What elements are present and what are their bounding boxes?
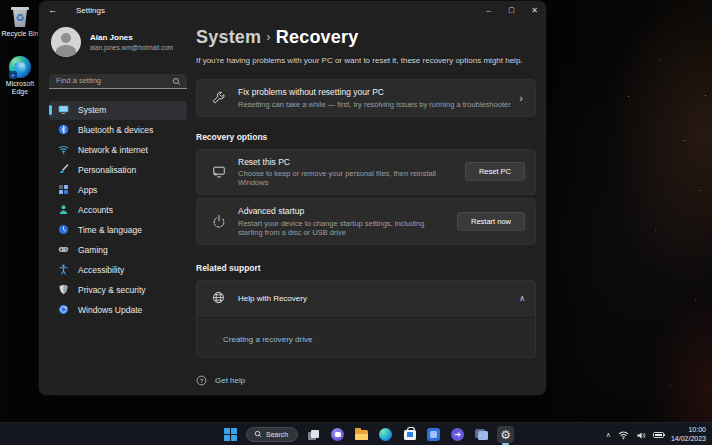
sidebar-item-gaming[interactable]: Gaming (49, 241, 187, 260)
store-bag-icon (404, 430, 416, 440)
support-links: ? Get help Give feedback (196, 372, 536, 397)
wrench-icon (212, 91, 238, 105)
taskbar-search[interactable]: Search (246, 427, 298, 442)
microsoft-store-button[interactable] (401, 426, 418, 443)
help-question-icon: ? (196, 372, 207, 390)
edge-icon: e (0, 54, 40, 80)
sidebar-item-label: Network & internet (78, 145, 148, 155)
wallpaper-sparkles (0, 0, 1, 1)
sidebar-item-system[interactable]: System (49, 101, 187, 120)
accessibility-person-icon (58, 264, 69, 277)
creating-recovery-drive-link[interactable]: Creating a recovery drive (223, 335, 312, 344)
reset-this-pc-card: Reset this PC Choose to keep or remove y… (196, 149, 536, 196)
layered-windows-app-icon (475, 429, 488, 440)
reset-pc-button[interactable]: Reset PC (465, 162, 525, 181)
search-icon (254, 430, 262, 439)
wifi-tray-icon[interactable] (618, 426, 629, 444)
card-title: Reset this PC (238, 157, 457, 167)
desktop-icon-label: Recycle Bin (0, 30, 40, 38)
profile-email: alan.jones.wm@hotmail.com (90, 44, 173, 51)
task-view-button[interactable] (305, 426, 322, 443)
edge-icon (379, 428, 392, 441)
desktop-icon-label: Microsoft Edge (0, 80, 40, 96)
sidebar-item-time-language[interactable]: Time & language (49, 221, 187, 240)
sidebar-item-label: Apps (78, 185, 97, 195)
advanced-startup-card: Advanced startup Restart your device to … (196, 198, 536, 245)
link-label: Get help (215, 376, 245, 385)
main-content: System›Recovery If you're having problem… (196, 19, 536, 396)
chevron-up-icon[interactable]: ∧ (519, 294, 525, 303)
svg-text:?: ? (200, 377, 204, 383)
titlebar: ← Settings – ▢ ✕ (39, 1, 546, 19)
clock-date: 14/02/2023 (671, 435, 706, 444)
globe-icon (212, 290, 238, 308)
tray-show-hidden-icons[interactable]: ∧ (606, 431, 611, 439)
page-title: System›Recovery (196, 27, 536, 48)
section-recovery-options: Recovery options (196, 132, 536, 142)
chat-icon (331, 428, 344, 441)
breadcrumb-parent[interactable]: System (196, 27, 261, 47)
sidebar-item-accounts[interactable]: Accounts (49, 201, 187, 220)
settings-taskbar-button[interactable]: ⚙ (497, 426, 514, 443)
settings-window: ← Settings – ▢ ✕ Alan Jones alan.jones.w… (38, 0, 547, 396)
sidebar-item-personalisation[interactable]: Personalisation (49, 161, 187, 180)
card-subtitle: Resetting can take a while — first, try … (238, 100, 511, 109)
battery-tray-icon[interactable] (653, 432, 664, 438)
sidebar-item-label: Windows Update (78, 305, 142, 315)
search-icon (172, 72, 181, 90)
sidebar-item-network-internet[interactable]: Network & internet (49, 141, 187, 160)
update-sync-icon (58, 304, 69, 317)
account-profile[interactable]: Alan Jones alan.jones.wm@hotmail.com (49, 21, 187, 67)
avatar (51, 27, 81, 57)
desktop-icon-recycle-bin[interactable]: ♻ Recycle Bin (0, 4, 40, 38)
edge-button[interactable] (377, 426, 394, 443)
search-input[interactable] (49, 74, 187, 89)
pinned-app-windows-button[interactable] (473, 426, 490, 443)
recycle-bin-icon: ♻ (0, 4, 40, 30)
bluetooth-icon (58, 124, 69, 137)
apps-grid-icon (58, 184, 69, 197)
sidebar-item-accessibility[interactable]: Accessibility (49, 261, 187, 280)
sidebar-item-bluetooth-devices[interactable]: Bluetooth & devices (49, 121, 187, 140)
start-button[interactable] (222, 426, 239, 443)
paintbrush-icon (58, 164, 69, 177)
search-label: Search (266, 431, 288, 438)
close-button[interactable]: ✕ (523, 1, 546, 19)
restart-now-button[interactable]: Restart now (457, 212, 525, 231)
game-controller-icon (58, 244, 69, 257)
chat-button[interactable] (329, 426, 346, 443)
file-explorer-button[interactable] (353, 426, 370, 443)
sidebar-item-windows-update[interactable]: Windows Update (49, 301, 187, 320)
wifi-icon (58, 144, 69, 157)
sidebar-item-label: Accessibility (78, 265, 124, 275)
get-help-link[interactable]: ? Get help (196, 372, 536, 390)
sidebar-item-label: Time & language (78, 225, 142, 235)
purple-arrow-app-icon: ➜ (451, 428, 464, 441)
clock-icon (58, 224, 69, 237)
fix-problems-card[interactable]: Fix problems without resetting your PC R… (196, 79, 536, 117)
back-button[interactable]: ← (48, 5, 66, 15)
sidebar-item-label: System (78, 105, 106, 115)
page-description: If you're having problems with your PC o… (196, 56, 536, 65)
power-restart-icon (212, 214, 238, 228)
windows-logo-icon (224, 428, 237, 441)
maximize-button[interactable]: ▢ (500, 1, 523, 19)
desktop-icon-microsoft-edge[interactable]: e Microsoft Edge (0, 54, 40, 96)
system-monitor-icon (58, 104, 69, 117)
shield-icon (58, 284, 69, 297)
taskbar-clock[interactable]: 10:00 14/02/2023 (671, 426, 706, 443)
card-title: Fix problems without resetting your PC (238, 87, 511, 97)
sidebar-item-label: Privacy & security (78, 285, 146, 295)
sidebar: Alan Jones alan.jones.wm@hotmail.com Sys… (49, 21, 187, 321)
sidebar-item-privacy-security[interactable]: Privacy & security (49, 281, 187, 300)
pinned-app-blue-button[interactable] (425, 426, 442, 443)
sidebar-item-apps[interactable]: Apps (49, 181, 187, 200)
chevron-right-icon: › (519, 92, 525, 104)
breadcrumb-separator-icon: › (261, 29, 276, 44)
expander-title: Help with Recovery (238, 294, 519, 303)
expander-header[interactable]: Help with Recovery ∧ (197, 281, 535, 317)
minimize-button[interactable]: – (477, 1, 500, 19)
window-title: Settings (76, 6, 105, 15)
volume-tray-icon[interactable] (636, 426, 646, 444)
pinned-app-purple-button[interactable]: ➜ (449, 426, 466, 443)
